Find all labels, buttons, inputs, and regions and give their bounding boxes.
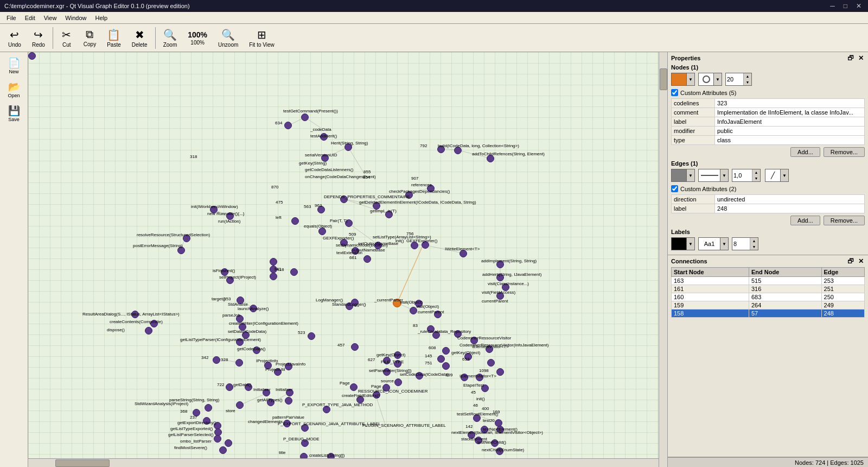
- edge-color-picker[interactable]: ▼: [671, 169, 695, 182]
- graph-node[interactable]: [437, 355, 445, 363]
- graph-node[interactable]: [210, 206, 218, 213]
- graph-node[interactable]: [475, 437, 482, 444]
- node-size-input[interactable]: [726, 75, 743, 83]
- graph-node[interactable]: [496, 261, 504, 268]
- graph-node[interactable]: [374, 242, 382, 249]
- graph-node[interactable]: [373, 202, 380, 210]
- graph-node[interactable]: [221, 268, 228, 276]
- connection-row[interactable]: 159 264 249: [672, 301, 865, 310]
- custom-attrs-checkbox[interactable]: [671, 89, 678, 96]
- edge-line-style[interactable]: ▼: [698, 169, 729, 182]
- graph-node[interactable]: [242, 331, 250, 339]
- cut-button[interactable]: ✂ Cut: [56, 25, 78, 51]
- label-size-input-group[interactable]: ▲ ▼: [732, 237, 758, 250]
- graph-node[interactable]: [285, 363, 292, 370]
- node-size-up[interactable]: ▲: [744, 73, 751, 79]
- menu-file[interactable]: File: [2, 14, 21, 22]
- graph-node[interactable]: [437, 146, 445, 153]
- graph-node[interactable]: [236, 315, 244, 323]
- graph-node[interactable]: [394, 360, 401, 368]
- graph-node[interactable]: [481, 384, 489, 392]
- close-button[interactable]: ✕: [854, 2, 864, 10]
- paste-button[interactable]: 📋 Paste: [102, 25, 126, 51]
- graph-node[interactable]: [496, 274, 504, 281]
- graph-node[interactable]: [344, 143, 352, 151]
- properties-close-button[interactable]: ✕: [857, 54, 865, 62]
- graph-node[interactable]: [442, 362, 450, 370]
- label-color-dropdown[interactable]: ▼: [687, 238, 694, 250]
- vertical-scrollbar[interactable]: [659, 52, 667, 467]
- graph-node[interactable]: [473, 414, 481, 422]
- graph-node[interactable]: [213, 356, 220, 364]
- graph-node[interactable]: [145, 327, 152, 335]
- graph-node[interactable]: [481, 426, 488, 433]
- connections-close-button[interactable]: ✕: [857, 257, 865, 265]
- graph-node[interactable]: [320, 133, 328, 141]
- graph-node[interactable]: [131, 311, 139, 318]
- label-size-input[interactable]: [732, 240, 750, 248]
- graph-node[interactable]: [486, 345, 493, 353]
- graph-node[interactable]: [410, 307, 417, 314]
- node-shape-dropdown[interactable]: ▼: [714, 73, 722, 85]
- edge-color-dropdown[interactable]: ▼: [687, 169, 694, 181]
- graph-node[interactable]: [263, 389, 270, 396]
- minimize-button[interactable]: ─: [828, 2, 837, 10]
- graph-node[interactable]: [468, 431, 475, 439]
- graph-node[interactable]: [442, 347, 450, 355]
- node-size-down[interactable]: ▼: [744, 79, 751, 85]
- graph-node[interactable]: [356, 396, 364, 403]
- label-font-picker[interactable]: Aa1 ▼: [698, 237, 729, 250]
- scrollbar-thumb-v[interactable]: [660, 68, 667, 90]
- graph-node[interactable]: [461, 374, 468, 381]
- graph-node[interactable]: [226, 276, 234, 284]
- label-size-up[interactable]: ▲: [750, 238, 758, 244]
- graph-node[interactable]: [394, 351, 401, 359]
- graph-node[interactable]: [301, 439, 309, 447]
- graph-node[interactable]: [177, 247, 185, 254]
- graph-node[interactable]: [237, 296, 244, 304]
- connection-row[interactable]: 163 515 253: [672, 277, 865, 285]
- menu-help[interactable]: Help: [91, 14, 112, 22]
- graph-node[interactable]: [267, 399, 275, 406]
- node-color-dropdown[interactable]: ▼: [687, 73, 694, 85]
- node-color-picker[interactable]: ▼: [671, 73, 695, 86]
- graph-node[interactable]: [476, 374, 483, 381]
- node-size-input-group[interactable]: ▲ ▼: [725, 73, 752, 86]
- maximize-button[interactable]: □: [841, 2, 850, 10]
- graph-node[interactable]: [270, 266, 277, 273]
- graph-node[interactable]: [496, 292, 504, 300]
- graph-node[interactable]: [270, 273, 277, 280]
- graph-node[interactable]: [321, 154, 329, 162]
- connection-row[interactable]: 160 683 250: [672, 293, 865, 301]
- graph-node[interactable]: [346, 302, 353, 310]
- graph-node[interactable]: [487, 359, 495, 367]
- edge-arrow-style[interactable]: ╱ ▼: [765, 169, 789, 182]
- graph-node[interactable]: [308, 332, 315, 340]
- graph-node[interactable]: [340, 195, 348, 203]
- graph-node[interactable]: [459, 250, 467, 257]
- graph-node[interactable]: [491, 439, 499, 447]
- graph-node[interactable]: [415, 300, 423, 307]
- graph-node[interactable]: [214, 435, 221, 443]
- edge-size-input[interactable]: [732, 172, 752, 179]
- edge-remove-button[interactable]: Remove...: [824, 216, 865, 225]
- graph-node[interactable]: [283, 420, 291, 427]
- graph-node[interactable]: [290, 268, 298, 276]
- graph-node[interactable]: [225, 439, 232, 447]
- graph-node[interactable]: [345, 219, 353, 227]
- graph-node[interactable]: [235, 359, 243, 367]
- graph-node[interactable]: [236, 401, 244, 409]
- scrollbar-thumb-h[interactable]: [55, 459, 110, 467]
- redo-button[interactable]: ↪ Redo: [27, 25, 50, 51]
- edge-size-up[interactable]: ▲: [752, 169, 760, 175]
- graph-node[interactable]: [274, 368, 282, 376]
- graph-node[interactable]: [382, 384, 390, 392]
- graph-node[interactable]: [454, 147, 462, 154]
- graph-node[interactable]: [385, 211, 393, 218]
- graph-node[interactable]: [317, 206, 325, 213]
- graph-node[interactable]: [150, 320, 158, 327]
- graph-node[interactable]: [383, 368, 391, 376]
- graph-node[interactable]: [245, 383, 252, 391]
- connections-restore-button[interactable]: 🗗: [846, 257, 855, 265]
- menu-view[interactable]: View: [40, 14, 61, 22]
